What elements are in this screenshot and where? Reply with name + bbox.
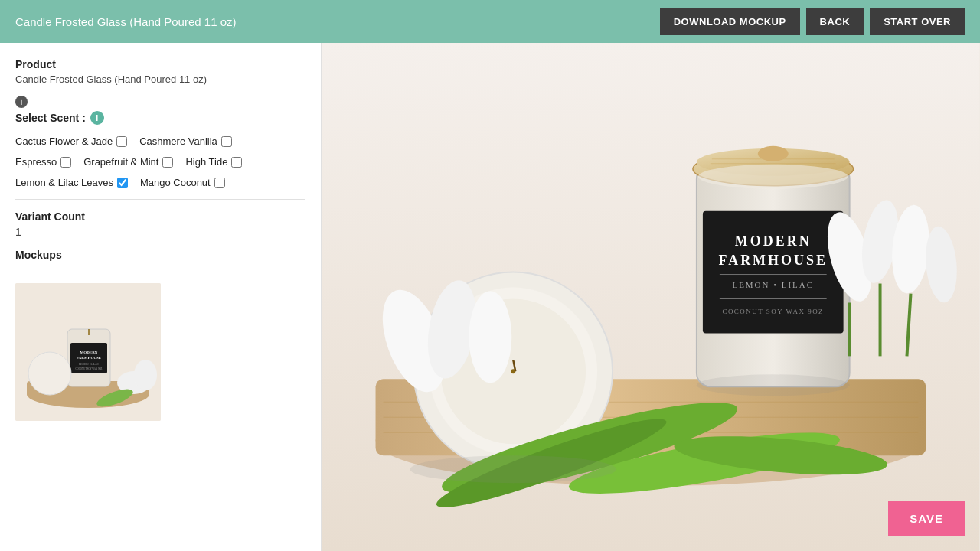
header-title: Candle Frosted Glass (Hand Poured 11 oz) — [15, 15, 236, 28]
scent-label-lemon: Lemon & Lilac Leaves — [15, 177, 113, 188]
svg-text:COCONUT SOY WAX 9OZ: COCONUT SOY WAX 9OZ — [722, 308, 824, 315]
svg-text:FARMHOUSE: FARMHOUSE — [77, 356, 102, 360]
svg-text:COCONUT SOY WAX 9OZ: COCONUT SOY WAX 9OZ — [76, 367, 103, 370]
scent-item-lemon[interactable]: Lemon & Lilac Leaves — [15, 177, 128, 188]
select-scent-label: Select Scent : — [15, 112, 86, 124]
back-button[interactable]: BACK — [806, 8, 864, 35]
svg-point-10 — [28, 352, 71, 395]
scent-item-cashmere[interactable]: Cashmere Vanilla — [139, 135, 232, 147]
candle-scene-svg: MODERN FARMHOUSE LEMON • LILAC COCONUT S… — [322, 43, 980, 551]
scent-label-cactus: Cactus Flower & Jade — [15, 135, 113, 147]
svg-text:MODERN: MODERN — [80, 350, 98, 354]
scent-row-1: Cactus Flower & Jade Cashmere Vanilla — [15, 135, 305, 147]
scent-label-cashmere: Cashmere Vanilla — [139, 135, 217, 147]
svg-point-52 — [469, 292, 511, 383]
scent-checkbox-grapefruit[interactable] — [162, 157, 173, 168]
divider — [15, 199, 305, 200]
svg-text:MODERN: MODERN — [735, 233, 812, 249]
main-layout: Product Candle Frosted Glass (Hand Poure… — [0, 43, 980, 551]
scent-label-hightide: High Tide — [185, 156, 227, 168]
variant-count-value: 1 — [15, 226, 305, 238]
variant-count-label: Variant Count — [15, 210, 305, 223]
svg-text:LEMON • LILAC: LEMON • LILAC — [79, 363, 99, 366]
divider-2 — [15, 272, 305, 272]
left-panel: Product Candle Frosted Glass (Hand Poure… — [0, 43, 322, 551]
scent-item-hightide[interactable]: High Tide — [185, 156, 242, 168]
mockup-svg: MODERN FARMHOUSE LEMON • LILAC COCONUT S… — [15, 283, 161, 421]
info-row: i — [15, 96, 305, 108]
save-button[interactable]: SAVE — [888, 501, 965, 536]
header-buttons: DOWNLOAD MOCKUP BACK START OVER — [660, 8, 965, 35]
select-scent-row: Select Scent : i — [15, 111, 305, 125]
scent-checkbox-espresso[interactable] — [60, 157, 71, 168]
start-over-button[interactable]: START OVER — [870, 8, 965, 35]
svg-point-53 — [697, 374, 850, 396]
scent-checkbox-mango[interactable] — [214, 178, 225, 188]
download-mockup-button[interactable]: DOWNLOAD MOCKUP — [660, 8, 800, 35]
svg-text:LEMON • LILAC: LEMON • LILAC — [732, 280, 814, 289]
right-panel: MODERN FARMHOUSE LEMON • LILAC COCONUT S… — [322, 43, 980, 551]
scent-info-icon[interactable]: i — [90, 111, 104, 125]
svg-point-12 — [134, 360, 157, 390]
product-value: Candle Frosted Glass (Hand Poured 11 oz) — [15, 73, 305, 85]
mockups-label: Mockups — [15, 249, 305, 261]
header: Candle Frosted Glass (Hand Poured 11 oz)… — [0, 0, 980, 43]
scent-row-2: Espresso Grapefruit & Mint High Tide — [15, 156, 305, 168]
scent-checkbox-lemon[interactable] — [117, 178, 128, 188]
scent-label-mango: Mango Coconut — [140, 177, 211, 188]
scent-label-espresso: Espresso — [15, 156, 57, 168]
svg-point-38 — [698, 165, 848, 189]
scent-item-cactus[interactable]: Cactus Flower & Jade — [15, 135, 127, 147]
scent-checkbox-cashmere[interactable] — [221, 136, 232, 147]
scent-label-grapefruit: Grapefruit & Mint — [83, 156, 158, 168]
scent-item-espresso[interactable]: Espresso — [15, 156, 71, 168]
svg-text:FARMHOUSE: FARMHOUSE — [719, 253, 828, 268]
scent-item-grapefruit[interactable]: Grapefruit & Mint — [83, 156, 173, 168]
scent-checkbox-hightide[interactable] — [231, 157, 242, 168]
mockup-thumbnail[interactable]: MODERN FARMHOUSE LEMON • LILAC COCONUT S… — [15, 283, 161, 421]
info-icon[interactable]: i — [15, 96, 28, 108]
scent-item-mango[interactable]: Mango Coconut — [140, 177, 225, 188]
save-button-container: SAVE — [888, 501, 965, 536]
svg-point-54 — [410, 455, 616, 483]
scent-checkbox-cactus[interactable] — [116, 136, 127, 147]
scent-row-3: Lemon & Lilac Leaves Mango Coconut — [15, 177, 305, 188]
svg-point-37 — [758, 146, 789, 161]
product-label: Product — [15, 58, 305, 70]
